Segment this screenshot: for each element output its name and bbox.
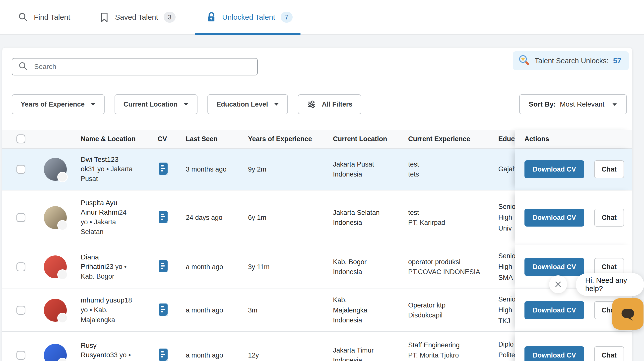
chat-button[interactable]: Chat: [594, 346, 624, 361]
col-education: Education: [490, 130, 515, 148]
years-of-experience: 6y 1m: [238, 190, 323, 245]
chevron-down-icon: [274, 102, 279, 106]
chat-widget-message-text: Hi. Need any help?: [585, 276, 634, 293]
bookmark-icon: [99, 12, 110, 23]
education-line: High: [498, 212, 515, 223]
download-cv-button[interactable]: Download CV: [524, 209, 584, 226]
row-checkbox[interactable]: [16, 306, 26, 315]
col-cv: CV: [147, 130, 176, 148]
education-line: High: [498, 305, 515, 316]
tab-saved-label: Saved Talent: [115, 13, 158, 22]
last-seen: 24 days ago: [176, 190, 238, 245]
education-line: High: [498, 262, 515, 272]
filter-label: All Filters: [322, 100, 352, 108]
sliders-icon: [307, 100, 316, 109]
table-row: Dwi Test123 ok31 yo • Jakarta Pusat 3 mo…: [2, 149, 632, 190]
candidate-name: Diana Prihatini: [81, 253, 106, 270]
chevron-down-icon: [612, 102, 617, 106]
avatar[interactable]: [44, 206, 67, 229]
table-row: Puspita Ayu Ainur Rahmi24 yo • Jakarta S…: [2, 190, 632, 245]
cv-document-icon[interactable]: [158, 162, 168, 176]
unlocks-count: 57: [613, 56, 621, 65]
download-cv-button[interactable]: Download CV: [524, 346, 584, 361]
tab-saved-talent[interactable]: Saved Talent 3: [99, 0, 176, 34]
filter-education-level[interactable]: Education Level: [208, 94, 288, 114]
cv-document-icon[interactable]: [158, 303, 168, 318]
row-checkbox[interactable]: [16, 262, 26, 271]
search-icon: [18, 12, 28, 22]
avatar[interactable]: [44, 299, 67, 322]
download-cv-button[interactable]: Download CV: [524, 258, 584, 276]
chat-launcher-button[interactable]: [612, 298, 644, 330]
years-of-experience: 12y: [238, 332, 323, 361]
location-country: Majalengka: [333, 305, 367, 316]
table-row: Rusy Rusyanto33 yo • Jakarta Timur a mon…: [2, 332, 632, 361]
chat-widget-close-button[interactable]: [549, 275, 567, 293]
filter-years-of-experience[interactable]: Years of Experience: [12, 94, 104, 114]
table-row: Diana Prihatini23 yo • Kab. Bogor a mont…: [2, 245, 632, 289]
filter-label: Years of Experience: [21, 100, 85, 108]
cv-document-icon[interactable]: [158, 210, 168, 225]
location-city: Jakarta Selatan: [333, 208, 380, 218]
col-actions: Actions: [515, 130, 632, 148]
avatar[interactable]: [44, 344, 67, 361]
avatar[interactable]: [44, 256, 67, 278]
filter-current-location[interactable]: Current Location: [114, 94, 198, 114]
avatar[interactable]: [44, 158, 67, 181]
sort-value: Most Relevant: [560, 100, 604, 108]
tab-unlocked-label: Unlocked Talent: [222, 13, 275, 22]
all-filters-button[interactable]: All Filters: [298, 94, 361, 114]
last-seen: a month ago: [176, 289, 238, 331]
chat-button[interactable]: Chat: [594, 209, 624, 226]
select-all-checkbox[interactable]: [16, 134, 26, 144]
experience-org: PT. Morita Tjokro Gearindo: [408, 350, 488, 361]
tab-find-label: Find Talent: [34, 13, 70, 22]
experience-org: Disdukcapil: [408, 310, 488, 320]
location-country: Indonesia: [333, 267, 366, 277]
unlocked-count-badge: 7: [281, 12, 292, 23]
unlocks-label: Talent Search Unlocks:: [535, 57, 609, 65]
row-checkbox[interactable]: [16, 165, 26, 174]
cv-document-icon[interactable]: [158, 260, 168, 274]
location-country: Indonesia: [333, 218, 380, 228]
years-of-experience: 3y 11m: [238, 245, 323, 288]
col-current-location: Current Location: [323, 130, 399, 148]
candidate-meta: 31 yo • Jakarta Pusat: [81, 165, 133, 182]
sort-label: Sort By:: [529, 100, 556, 108]
chat-button[interactable]: Chat: [594, 160, 624, 178]
row-checkbox[interactable]: [16, 213, 26, 222]
location-city: Kab.: [333, 295, 367, 305]
chat-widget-message[interactable]: Hi. Need any help?: [576, 273, 644, 296]
experience-role: test: [408, 159, 488, 170]
experience-role: Operator ktp: [408, 300, 488, 310]
experience-org: PT. Karirpad: [408, 218, 488, 228]
row-checkbox[interactable]: [16, 351, 26, 360]
talent-table: Name & Location CV Last Seen Years of Ex…: [2, 130, 632, 361]
magnifier-star-icon: [518, 54, 530, 67]
sort-by-dropdown[interactable]: Sort By: Most Relevant: [519, 94, 627, 114]
filter-label: Education Level: [216, 100, 268, 108]
chevron-down-icon: [184, 102, 188, 106]
location-extra: Indonesia: [333, 315, 367, 326]
location-country: Indonesia: [333, 169, 374, 180]
experience-role: operator produksi: [408, 257, 488, 267]
search-input[interactable]: [34, 63, 251, 71]
filter-label: Current Location: [124, 100, 178, 108]
years-of-experience: 3m: [238, 289, 323, 331]
download-cv-button[interactable]: Download CV: [524, 160, 584, 178]
tab-unlocked-talent[interactable]: Unlocked Talent 7: [206, 0, 292, 34]
search-box: [12, 58, 258, 76]
experience-role: Staff Engineering: [408, 340, 488, 350]
education-line: Diplo: [498, 339, 515, 350]
table-row: mhumd yusup18 yo • Kab. Majalengka a mon…: [2, 289, 632, 332]
cv-document-icon[interactable]: [158, 348, 168, 361]
experience-role: test: [408, 208, 488, 218]
col-last-seen: Last Seen: [176, 130, 238, 148]
education-line: Polite: [498, 350, 515, 360]
education-line: SMA: [498, 272, 515, 283]
tab-find-talent[interactable]: Find Talent: [18, 0, 70, 34]
download-cv-button[interactable]: Download CV: [524, 301, 584, 319]
last-seen: a month ago: [176, 332, 238, 361]
location-city: Jakarta Timur: [333, 345, 374, 356]
col-years-experience: Years of Experience: [238, 130, 323, 148]
